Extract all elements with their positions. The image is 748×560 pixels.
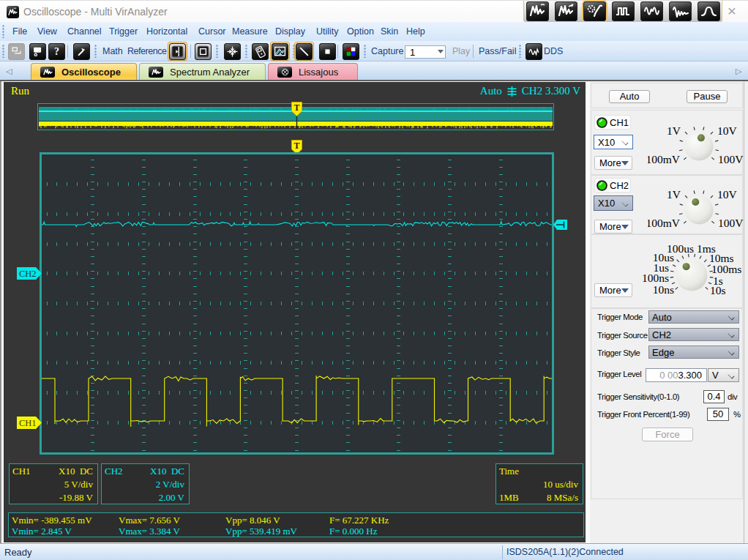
time-depth: 1MB [499, 491, 519, 504]
meter-icon[interactable] [252, 43, 269, 60]
trigger-level-prefix: 0 00 [659, 370, 678, 381]
tab-lissajous[interactable]: Lissajous [268, 63, 358, 80]
close-button[interactable]: × [722, 2, 742, 20]
tab-oscilloscope[interactable]: Oscilloscope [31, 63, 137, 80]
time-info-box: Time 10 us/div 1MB8 MSa/s [495, 463, 583, 504]
title-bar: Oscilloscope - Multi VirAnalyzer × [0, 0, 748, 22]
capture-count-combo[interactable]: 1 [405, 45, 446, 59]
trigger-source-combo[interactable]: CH2 [648, 328, 739, 341]
tab-label: Lissajous [299, 67, 338, 78]
triangle-down-icon [621, 288, 629, 293]
menu-horizontal[interactable]: Horizontal [146, 22, 187, 41]
menu-trigger[interactable]: Trigger [109, 22, 138, 41]
trigger-mode-combo[interactable]: Auto [648, 310, 739, 324]
menu-option[interactable]: Option [347, 22, 374, 41]
tab-spectrum-analyzer[interactable]: Spectrum Analyzer [139, 63, 266, 80]
trigger-style-value: Edge [652, 347, 674, 358]
toolbar-grip [519, 45, 521, 58]
toolbar-separator [337, 45, 338, 58]
waveform-display-icon[interactable] [272, 43, 288, 60]
status-ready: Ready [4, 547, 32, 558]
ch2-led-icon [596, 180, 607, 191]
trigger-level-input[interactable]: 0 003.300 [646, 368, 707, 382]
menu-skin[interactable]: Skin [381, 22, 398, 41]
fullscreen-icon[interactable] [195, 43, 212, 60]
svg-text:10V: 10V [717, 188, 738, 201]
timebase-knob[interactable]: 100us1ms10us10ms1us100ms100ns1s10ns10s [640, 239, 744, 307]
open-file-icon[interactable] [8, 43, 25, 60]
dds-button[interactable]: DDS [544, 41, 563, 61]
trigger-level-unit: V [712, 370, 719, 381]
svg-text:10s: 10s [710, 284, 726, 296]
waveform-plot[interactable] [40, 152, 554, 455]
ch2-volts-knob[interactable]: 1V10V100mV100V [648, 182, 744, 237]
ch2-probe-combo[interactable]: X10 [594, 195, 633, 211]
status-device: ISDS205A(1.1)(2)Connected [506, 547, 624, 557]
ch2-more-button[interactable]: More [594, 220, 632, 234]
auto-center-icon[interactable] [224, 43, 241, 60]
trigger-level-unit-combo[interactable]: V [708, 368, 739, 382]
toolbar-grip [245, 45, 247, 58]
dds-window-icon[interactable] [612, 1, 635, 21]
trigger-level-icon [507, 86, 517, 97]
color-settings-icon[interactable] [343, 43, 359, 60]
auto-button[interactable]: Auto [609, 90, 650, 103]
help-icon[interactable]: ? [48, 43, 65, 60]
line-draw-icon[interactable] [296, 43, 313, 60]
lissajous-tab-icon [277, 67, 292, 78]
sample-rate: 8 MSa/s [547, 491, 578, 504]
svg-text:1V: 1V [667, 124, 681, 137]
menu-help[interactable]: Help [406, 22, 425, 41]
oscilloscope-window-icon[interactable] [526, 1, 549, 21]
ch1-probe-combo[interactable]: X10 [594, 135, 633, 149]
trigger-style-label: Trigger Style [597, 348, 640, 357]
pause-button[interactable]: Pause [687, 90, 728, 103]
sweep-window-icon[interactable] [640, 1, 663, 21]
math-button[interactable]: Math [102, 41, 123, 61]
utility-tool-icon[interactable] [73, 43, 90, 60]
time-scale: 10 us/div [543, 478, 578, 491]
spectrum-tab-icon [149, 67, 163, 78]
ch2-info-box: CH2X10 DC 2 V/div 2.00 V [101, 463, 190, 504]
chevron-down-icon [728, 313, 735, 321]
ch2-vmin: Vmin= 2.845 V [12, 526, 72, 537]
trigger-sensitivity-input[interactable]: 0.4 [703, 390, 725, 403]
menu-view[interactable]: View [37, 22, 57, 41]
timebase-more-button[interactable]: More [594, 283, 632, 297]
dds-icon[interactable] [526, 43, 542, 60]
trigger-style-combo[interactable]: Edge [648, 346, 739, 359]
dot-draw-icon[interactable] [319, 43, 336, 60]
spectrum-window-icon[interactable] [555, 1, 577, 21]
reference-button[interactable]: Reference [127, 41, 167, 61]
save-icon[interactable] [29, 43, 46, 60]
trigger-front-input[interactable]: 50 [707, 408, 729, 421]
ch2-probe-coupling: X10 DC [150, 465, 184, 478]
menu-measure[interactable]: Measure [232, 22, 268, 41]
menu-file[interactable]: File [12, 22, 27, 41]
play-button[interactable]: Play [452, 41, 470, 61]
lissajous-window-icon[interactable] [583, 1, 606, 21]
side-panel-toggle-icon[interactable] [169, 43, 186, 60]
record-window-icon[interactable] [669, 1, 692, 21]
passfail-button[interactable]: Pass/Fail [479, 41, 516, 61]
ch2-position-flag[interactable]: CH2 [17, 267, 42, 280]
triangle-down-icon [621, 225, 629, 229]
toolbar-grip [2, 45, 4, 58]
filter-window-icon[interactable] [697, 1, 720, 21]
trigger-level-marker[interactable] [553, 220, 567, 230]
ch1-volts-knob[interactable]: 1V10V100mV100V [648, 119, 744, 173]
ch2-enable-button[interactable]: CH2 [594, 178, 631, 193]
ch1-position-flag[interactable]: CH1 [17, 417, 42, 429]
trigger-position-marker-overview[interactable]: T [291, 102, 302, 117]
ch1-enable-button[interactable]: CH1 [594, 115, 631, 130]
force-button[interactable]: Force [642, 428, 693, 441]
tab-scroll-right-icon[interactable]: ▷ [736, 67, 741, 76]
menu-utility[interactable]: Utility [316, 22, 339, 41]
menu-channel[interactable]: Channel [67, 22, 102, 41]
trigger-level-value: 3.300 [678, 370, 702, 381]
menu-display[interactable]: Display [275, 22, 305, 41]
ch1-more-button[interactable]: More [594, 156, 632, 170]
trigger-mode-label: Trigger Mode [597, 313, 643, 321]
menu-cursor[interactable]: Cursor [198, 22, 226, 41]
tab-scroll-left-icon[interactable]: ◁ [6, 67, 12, 76]
